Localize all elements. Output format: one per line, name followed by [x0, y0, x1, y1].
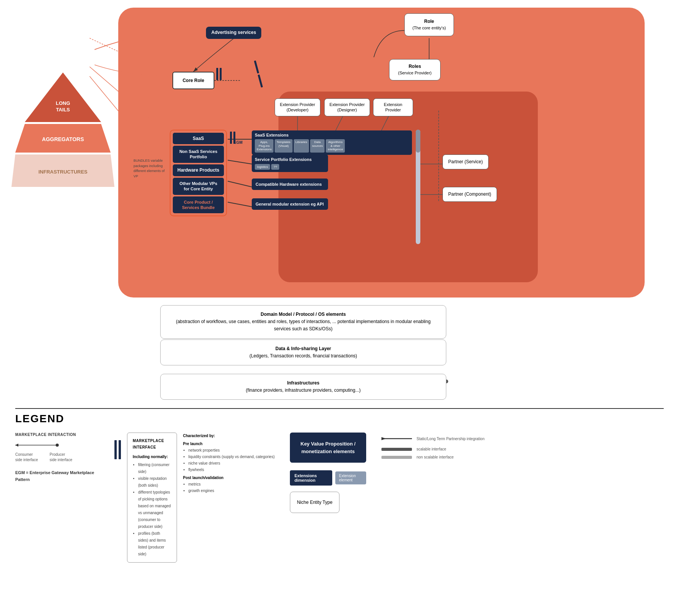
general-modular-box: General modular extension eg API	[252, 198, 328, 210]
saas-tab-libraries: Libraries	[294, 139, 309, 153]
saas-box: SaaS	[173, 133, 224, 144]
saas-extensions-area: SaaS Extensions Apps,Plug-insExtensions …	[252, 130, 412, 155]
bundles-label: BUNDLES variable packages including diff…	[134, 158, 170, 179]
marketplace-interface-box: MARKETPLACE INTERFACE Including normally…	[127, 433, 177, 563]
niche-entity-box: Niche Entity Type	[290, 492, 339, 513]
core-role-box: Core Role	[172, 72, 214, 89]
triangle-diagram: LONG TAILS AGGREGATORS INFRASTRUCTURES	[11, 69, 114, 229]
data-layer-box: Data & Info-sharing Layer (Ledgers, Tran…	[160, 339, 446, 365]
svg-point-26	[56, 444, 59, 447]
compatible-hardware-box: Compatible Hardware extensions	[252, 179, 328, 190]
service-portfolio-extensions-box: Service Portfolio Extensions logistics ?…	[252, 154, 328, 172]
saas-tab-apps: Apps,Plug-insExtensions	[255, 139, 273, 153]
partner-service-box: Partner (Service)	[442, 154, 489, 169]
marketplace-interaction-col: MARKETPLACE INTERACTION Consumer side in…	[15, 433, 99, 483]
vp-orange-border: SaaS Non SaaS Services Portfolio Hardwar…	[170, 130, 227, 216]
interface-types-col: Static/Long Term Partnership integration…	[381, 433, 496, 459]
saas-tab-algorithms: Algorithms& otherintelligence	[326, 139, 345, 153]
parallel-bars-1	[216, 68, 222, 80]
role-box-2: Roles (Service Provider)	[389, 59, 441, 80]
double-bars-legend	[114, 440, 121, 459]
svg-text:LONG: LONG	[56, 100, 70, 106]
ext-provider-3: Extension Provider	[373, 98, 413, 116]
saas-tab-datasources: Datasources	[310, 139, 325, 153]
service-tab-other: ??	[271, 164, 279, 170]
infrastructures-box: Infrastructures (finance providers, infr…	[160, 374, 446, 400]
saas-tab-templates: Templates(Visual)	[275, 139, 292, 153]
svg-text:INFRASTRUCTURES: INFRASTRUCTURES	[39, 169, 88, 175]
ext-provider-developer: Extension Provider (Developer)	[275, 98, 320, 116]
key-value-col: Key Value Proposition / monetization ele…	[290, 433, 366, 513]
extension-elem-box: Extension element	[335, 471, 366, 484]
legend-section: LEGEND MARKETPLACE INTERACTION Consumer …	[15, 408, 664, 563]
svg-text:TAILS: TAILS	[56, 107, 70, 113]
key-value-box: Key Value Proposition / monetization ele…	[290, 433, 366, 463]
domain-model-box: Domain Model / Protocol / OS elements (a…	[160, 305, 446, 339]
egm-definition: EGM = Enterprise Gateway Marketplace Pat…	[15, 470, 94, 482]
marketplace-interaction-label: MARKETPLACE INTERACTION	[15, 433, 99, 437]
characterized-by-col: Characterized by: Pre launch network pro…	[183, 433, 275, 494]
partner-component-box: Partner (Component)	[442, 187, 497, 202]
non-saas-box: Non SaaS Services Portfolio	[173, 146, 224, 163]
core-product-box: Core Product / Services Bundle	[173, 196, 224, 214]
svg-text:AGGREGATORS: AGGREGATORS	[42, 136, 84, 142]
hardware-products-box: Hardware Products	[173, 164, 224, 177]
legend-title: LEGEND	[15, 408, 664, 425]
other-modular-box: Other Modular VPs for Core Entity	[173, 178, 224, 195]
scalable-interface-bar	[381, 448, 412, 451]
svg-marker-29	[381, 437, 386, 440]
svg-marker-0	[25, 72, 101, 122]
svg-marker-27	[15, 444, 18, 447]
non-scalable-interface-bar	[381, 456, 412, 459]
service-tab-logistics: logistics	[255, 164, 270, 170]
ext-provider-designer: Extension Provider (Designer)	[324, 98, 370, 116]
extensions-dim-box: Extensions dimension	[290, 470, 332, 486]
egm-label: EGM	[234, 140, 243, 145]
scrollbar-bar	[416, 130, 420, 244]
marketplace-interface-col: MARKETPLACE INTERFACE Including normally…	[114, 433, 275, 563]
role-box-1: Role (The core entity's)	[404, 13, 454, 36]
advertising-services-box: Advertising services	[206, 27, 261, 39]
